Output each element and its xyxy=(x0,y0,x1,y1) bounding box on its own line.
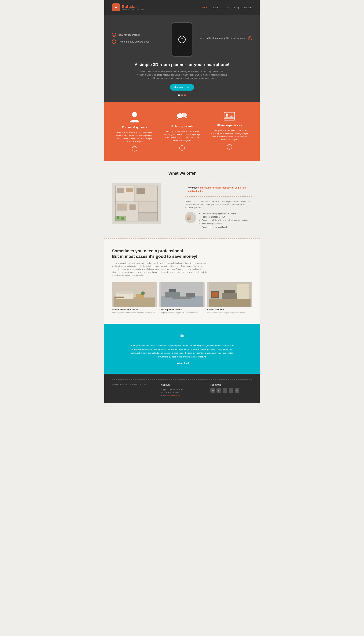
svg-rect-36 xyxy=(169,289,176,292)
social-icon-twitter[interactable]: t xyxy=(222,388,227,393)
footer-divider xyxy=(112,379,252,380)
download-button[interactable]: download now! xyxy=(170,84,194,91)
footer-social-title: Follow us xyxy=(210,383,252,386)
svg-rect-32 xyxy=(114,297,124,298)
gallery-item-3: Blandit vel luctus natoque penatibus et … xyxy=(207,282,252,314)
svg-point-21 xyxy=(116,216,120,219)
features-section: Pretium & quisolor Lorem ipsum dolor sit… xyxy=(104,102,260,161)
svg-rect-7 xyxy=(224,112,235,120)
footer-contact-info: Telephone: +1 309 803 8032 FAX.: +1 504 … xyxy=(161,388,203,397)
logo-name: Softplan xyxy=(122,5,144,9)
offer-description: Aenean massa cum sociis natoque penatibu… xyxy=(185,200,252,209)
footer-content: SOFTPLAN © 2014 PRIVACY POLICY Contact T… xyxy=(112,383,252,397)
nav-contacts[interactable]: contacts xyxy=(243,6,252,9)
logo: ☁ ↑ Softplan MOBILE APPLICATION xyxy=(112,4,144,12)
offer-section: What we offer xyxy=(104,161,260,239)
professional-section: Sometimes you need a professional. But i… xyxy=(104,239,260,324)
svg-rect-19 xyxy=(130,204,136,209)
svg-rect-28 xyxy=(116,293,134,299)
feature-text-1: Lorem ipsum dolor sit amet, consectetuer… xyxy=(114,131,156,143)
nav-home[interactable]: home xyxy=(202,6,208,9)
offer-quote-text: Vivamus elementumor semper nisi aenean v… xyxy=(188,186,249,193)
hero-feature-1-text: Ideal for decorating! xyxy=(118,33,140,36)
gallery-img-2 xyxy=(160,282,204,307)
feature-card-3: Ullamcorper trices Lorem ipsum dolor sit… xyxy=(208,111,250,151)
svg-rect-38 xyxy=(172,297,192,299)
svg-point-6 xyxy=(182,113,187,117)
offer-list-item: Parturient montes nascetur xyxy=(202,215,248,219)
logo-subtitle: MOBILE APPLICATION xyxy=(122,9,144,11)
gallery-item-2: Cras dapibus vivamus natoque penatibus e… xyxy=(160,282,204,314)
footer-contact-col: Contact Telephone: +1 309 803 8032 FAX.:… xyxy=(161,383,203,397)
dot-1[interactable] xyxy=(178,94,180,96)
footer-brand-text: SOFTPLAN © 2014 PRIVACY POLICY xyxy=(112,383,154,385)
pro-description: Lorem ipsum dolor sit amet, consectetuer… xyxy=(112,262,207,277)
nav-gallery[interactable]: gallery xyxy=(223,6,230,9)
feature-arrow-1[interactable]: → xyxy=(132,146,137,151)
social-icons: g+ p t f rss xyxy=(210,388,252,393)
nav-about[interactable]: about xyxy=(212,6,218,9)
footer-brand-col: SOFTPLAN © 2014 PRIVACY POLICY xyxy=(112,383,154,397)
svg-rect-13 xyxy=(138,202,158,212)
social-icon-facebook[interactable]: f xyxy=(229,388,233,393)
hero-feature-2: 2. it is simple and quick to use! → xyxy=(112,40,165,44)
svg-rect-41 xyxy=(237,284,248,299)
gallery-sub-2: natoque penatibus et magnis dis parturie… xyxy=(160,312,204,314)
dot-3[interactable] xyxy=(184,94,186,96)
svg-rect-18 xyxy=(117,203,127,210)
svg-rect-42 xyxy=(222,293,237,299)
nav-blog[interactable]: blog xyxy=(234,6,239,9)
main-nav: home about gallery blog contacts xyxy=(202,6,252,9)
floor-plan-image xyxy=(112,183,161,225)
feature-arrow-2[interactable]: → xyxy=(179,145,185,150)
feature-title-3: Ullamcorper trices xyxy=(208,124,250,127)
offer-thumb-row: Cum soulis natoque penatibus et magnis P… xyxy=(185,212,252,229)
svg-rect-25 xyxy=(187,219,189,220)
social-icon-google[interactable]: g+ xyxy=(210,388,215,393)
gallery-grid: Aenean massa cum sociis natoque penatibu… xyxy=(112,282,252,314)
feature-title-1: Pretium & quisolor xyxy=(114,125,156,129)
svg-point-4 xyxy=(132,112,137,117)
offer-quote-box: Vivamus elementumor semper nisi aenean v… xyxy=(185,183,252,197)
feature-text-3: Lorem ipsum dolor sit amet, consectetuer… xyxy=(208,129,250,141)
svg-rect-15 xyxy=(117,187,124,193)
feature-card-1: Pretium & quisolor Lorem ipsum dolor sit… xyxy=(114,111,156,151)
gallery-caption-1: Aenean massa cum sociis xyxy=(112,309,157,311)
dot-2[interactable] xyxy=(181,94,183,96)
offer-list-item: Donec pede justo, fringilla vel xyxy=(202,226,248,229)
svg-rect-45 xyxy=(212,292,218,297)
svg-rect-17 xyxy=(136,187,145,194)
svg-text:☁: ☁ xyxy=(114,5,118,9)
hero-features-left: 1. Ideal for decorating! → 2. it is simp… xyxy=(112,33,165,46)
hero-features-right: create a 3d interior and get beautiful p… xyxy=(199,36,252,43)
svg-rect-43 xyxy=(224,290,235,293)
footer-email-link[interactable]: mail@domain.org xyxy=(167,395,180,397)
svg-rect-46 xyxy=(209,299,250,307)
image-icon xyxy=(208,111,250,121)
offer-left xyxy=(112,183,179,225)
offer-content: Vivamus elementumor semper nisi aenean v… xyxy=(112,183,252,229)
gallery-img-1 xyxy=(112,282,157,307)
feature-title-2: Nullam quis ante xyxy=(161,125,203,128)
gallery-caption-3: Blandit vel luctus xyxy=(207,309,252,311)
social-icon-pinterest[interactable]: p xyxy=(216,388,221,393)
feature-num-2: 2. xyxy=(112,40,116,44)
offer-title: What we offer xyxy=(112,171,252,176)
testimonial-section: ❝ Lorem ipsum dolor sit amet, consectetu… xyxy=(104,324,260,374)
feature-text-2: Lorem ipsum dolor sit amet, consectetuer… xyxy=(161,130,203,142)
svg-point-22 xyxy=(120,217,124,220)
pro-title: Sometimes you need a professional. But i… xyxy=(112,248,252,259)
gallery-caption-2: Cras dapibus vivamus xyxy=(160,309,204,311)
hero-tagline: A simple 3D room planner for your smartp… xyxy=(112,62,252,67)
hero-dots xyxy=(112,94,252,96)
svg-rect-16 xyxy=(126,187,133,192)
offer-list-item: Donec quam felis, ultricies nec ellentes… xyxy=(202,219,248,222)
social-icon-rss[interactable]: rss xyxy=(235,388,239,393)
person-icon xyxy=(114,111,156,123)
feature-arrow-3[interactable]: → xyxy=(227,144,232,150)
svg-text:↑: ↑ xyxy=(116,9,116,11)
hero-feature-1: 1. Ideal for decorating! → xyxy=(112,33,165,37)
feature-num-3: 3. xyxy=(248,36,252,40)
offer-list-item: Nulla consequat massa xyxy=(202,222,248,226)
chat-icon xyxy=(161,111,203,122)
